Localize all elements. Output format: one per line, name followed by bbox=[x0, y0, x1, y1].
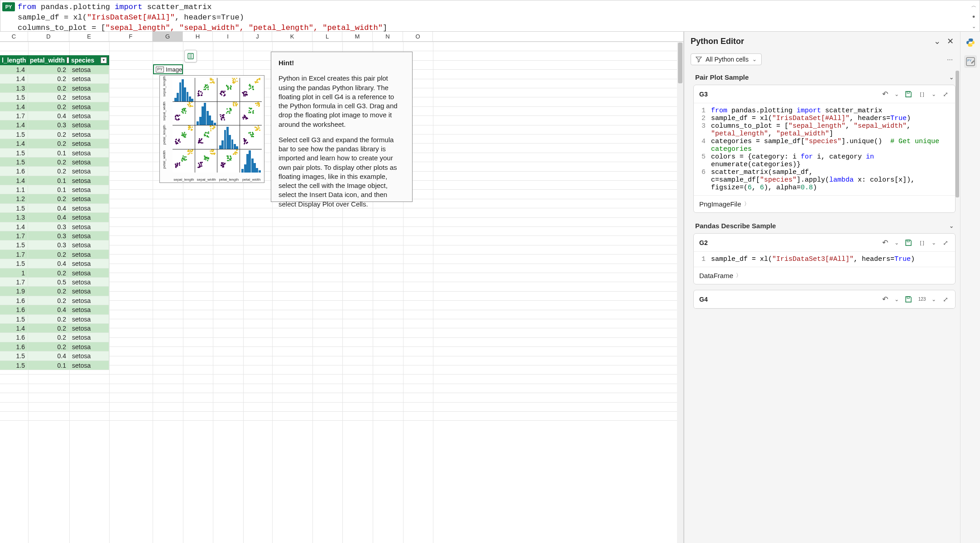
table-cell[interactable]: setosa bbox=[69, 278, 109, 287]
table-row[interactable]: 1.50.3setosa bbox=[0, 240, 109, 250]
table-cell[interactable]: 1.5 bbox=[0, 158, 28, 167]
table-header-petal_width[interactable]: petal_width▾ bbox=[28, 55, 69, 65]
close-panel-icon[interactable]: ✕ bbox=[947, 36, 954, 46]
python-filter-dropdown[interactable]: All Python cells ⌄ bbox=[691, 53, 762, 65]
section-header[interactable]: Pandas Describe Sample⌄ bbox=[693, 218, 956, 233]
table-row[interactable]: 1.40.1setosa bbox=[0, 176, 109, 185]
table-cell[interactable]: 1.7 bbox=[0, 231, 28, 240]
table-cell[interactable]: 0.3 bbox=[28, 240, 69, 250]
formula-expand-icon[interactable]: ⌄ bbox=[972, 24, 976, 29]
table-cell[interactable]: setosa bbox=[69, 287, 109, 296]
column-header-J[interactable]: J bbox=[243, 32, 272, 41]
table-row[interactable]: 1.30.4setosa bbox=[0, 213, 109, 222]
table-cell[interactable]: 0.2 bbox=[28, 296, 69, 305]
table-cell[interactable]: 0.2 bbox=[28, 167, 69, 176]
table-cell[interactable]: setosa bbox=[69, 305, 109, 314]
section-header[interactable]: Pair Plot Sample⌄ bbox=[693, 70, 956, 85]
formula-collapse-icon[interactable]: ︿ bbox=[971, 2, 976, 9]
code-line[interactable]: scatter_matrix(sample_df, c=sample_df["s… bbox=[711, 168, 951, 192]
spreadsheet[interactable]: CDEFGHIJKLMNO l_length▾petal_width▾speci… bbox=[0, 32, 684, 543]
table-cell[interactable]: setosa bbox=[69, 74, 109, 83]
table-header-l_length[interactable]: l_length▾ bbox=[0, 55, 28, 65]
table-cell[interactable]: 0.3 bbox=[28, 120, 69, 130]
table-cell[interactable]: setosa bbox=[69, 269, 109, 278]
table-cell[interactable]: 0.2 bbox=[28, 315, 69, 324]
table-cell[interactable]: 1.5 bbox=[0, 149, 28, 158]
panel-scrollbar[interactable] bbox=[955, 70, 960, 543]
table-cell[interactable]: 1.4 bbox=[0, 324, 28, 333]
table-cell[interactable]: 1.5 bbox=[0, 204, 28, 213]
code-block[interactable]: 1from pandas.plotting import scatter_mat… bbox=[694, 103, 955, 195]
table-row[interactable]: 1.70.2setosa bbox=[0, 250, 109, 259]
table-header-species[interactable]: species▾ bbox=[69, 55, 109, 65]
formula-content[interactable]: from pandas.plotting import scatter_matr… bbox=[18, 0, 968, 31]
table-cell[interactable]: setosa bbox=[69, 176, 109, 185]
table-row[interactable]: 1.40.2setosa bbox=[0, 139, 109, 148]
table-cell[interactable]: 1.2 bbox=[0, 194, 28, 203]
table-row[interactable]: 1.40.2setosa bbox=[0, 102, 109, 111]
column-header-G[interactable]: G bbox=[153, 32, 183, 41]
save-icon[interactable] bbox=[904, 91, 913, 98]
table-cell[interactable]: setosa bbox=[69, 167, 109, 176]
table-cell[interactable]: 1.4 bbox=[0, 65, 28, 74]
column-header-N[interactable]: N bbox=[373, 32, 403, 41]
table-row[interactable]: 1.50.2setosa bbox=[0, 93, 109, 102]
expand-icon[interactable] bbox=[942, 296, 950, 303]
table-row[interactable]: 1.40.3setosa bbox=[0, 120, 109, 130]
table-cell[interactable]: 0.4 bbox=[28, 351, 69, 360]
sheet-scrollbar[interactable] bbox=[677, 42, 683, 543]
table-cell[interactable]: 0.2 bbox=[28, 139, 69, 148]
table-cell[interactable]: 1.1 bbox=[0, 185, 28, 194]
table-cell[interactable]: setosa bbox=[69, 250, 109, 259]
table-cell[interactable]: setosa bbox=[69, 120, 109, 130]
table-row[interactable]: 1.70.4setosa bbox=[0, 111, 109, 120]
table-row[interactable]: 1.50.4setosa bbox=[0, 204, 109, 213]
column-header-C[interactable]: C bbox=[0, 32, 28, 41]
table-cell[interactable]: 1.4 bbox=[0, 102, 28, 111]
chevron-right-icon[interactable]: 〉 bbox=[736, 272, 741, 279]
column-header-M[interactable]: M bbox=[342, 32, 373, 41]
table-cell[interactable]: 1.4 bbox=[0, 222, 28, 231]
table-cell[interactable]: setosa bbox=[69, 194, 109, 203]
table-cell[interactable]: setosa bbox=[69, 342, 109, 351]
table-cell[interactable]: 1.6 bbox=[0, 167, 28, 176]
save-icon[interactable] bbox=[904, 296, 913, 303]
code-line[interactable]: columns_to_plot = ["sepal_length", "sepa… bbox=[711, 122, 951, 138]
insert-data-icon[interactable] bbox=[184, 50, 197, 62]
table-cell[interactable]: 1.6 bbox=[0, 305, 28, 314]
table-cell[interactable]: 1.5 bbox=[0, 361, 28, 370]
table-row[interactable]: 1.50.1setosa bbox=[0, 361, 109, 370]
column-header-H[interactable]: H bbox=[183, 32, 213, 41]
code-line[interactable]: colors = {category: i for i, category in… bbox=[711, 153, 951, 168]
table-cell[interactable]: 0.2 bbox=[28, 342, 69, 351]
table-cell[interactable]: 1.7 bbox=[0, 250, 28, 259]
table-row[interactable]: 1.60.2setosa bbox=[0, 333, 109, 342]
table-cell[interactable]: setosa bbox=[69, 185, 109, 194]
table-cell[interactable]: setosa bbox=[69, 240, 109, 250]
chevron-down-icon[interactable]: ⌄ bbox=[949, 74, 954, 81]
table-cell[interactable]: 0.3 bbox=[28, 231, 69, 240]
code-line[interactable]: sample_df = xl("IrisDataSet[#All]", head… bbox=[711, 115, 951, 122]
table-cell[interactable]: 0.5 bbox=[28, 278, 69, 287]
table-cell[interactable]: 1.7 bbox=[0, 278, 28, 287]
pair-plot-image[interactable]: sepal_lengthsepal_widthpetal_lengthpetal… bbox=[159, 75, 264, 183]
table-cell[interactable]: 0.1 bbox=[28, 361, 69, 370]
undo-icon[interactable] bbox=[881, 238, 889, 247]
formula-dot-icon[interactable]: ● bbox=[972, 14, 975, 19]
column-header-L[interactable]: L bbox=[312, 32, 342, 41]
table-cell[interactable]: setosa bbox=[69, 333, 109, 342]
table-cell[interactable]: 1.7 bbox=[0, 111, 28, 120]
table-row[interactable]: 1.60.2setosa bbox=[0, 167, 109, 176]
table-row[interactable]: 1.70.5setosa bbox=[0, 278, 109, 287]
code-block[interactable]: 1sample_df = xl("IrisDataSet3[#All]", he… bbox=[694, 252, 955, 267]
table-cell[interactable]: 0.4 bbox=[28, 111, 69, 120]
column-header-E[interactable]: E bbox=[69, 32, 109, 41]
table-cell[interactable]: 1.5 bbox=[0, 130, 28, 139]
table-row[interactable]: 1.40.3setosa bbox=[0, 222, 109, 231]
table-cell[interactable]: 0.2 bbox=[28, 102, 69, 111]
table-cell[interactable]: 1.5 bbox=[0, 315, 28, 324]
selected-cell[interactable]: PY Image bbox=[153, 64, 183, 74]
table-cell[interactable]: 1.4 bbox=[0, 139, 28, 148]
output-dropdown-icon[interactable]: ⌄ bbox=[932, 91, 936, 97]
table-cell[interactable]: 0.1 bbox=[28, 185, 69, 194]
